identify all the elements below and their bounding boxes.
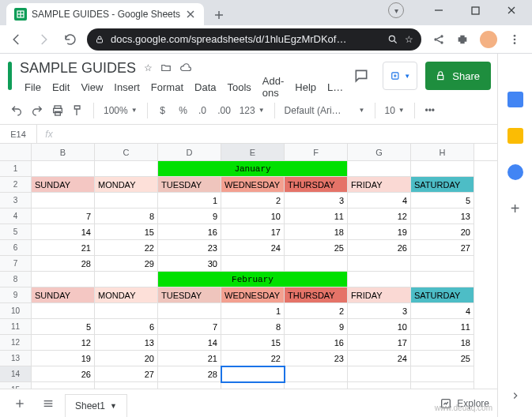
cell[interactable] bbox=[221, 256, 285, 272]
cell[interactable] bbox=[95, 303, 158, 319]
add-addon-icon[interactable]: + bbox=[511, 201, 520, 216]
month-header[interactable]: January bbox=[158, 161, 348, 177]
menu-tools[interactable]: Tools bbox=[222, 80, 255, 95]
collapse-side-panel-icon[interactable] bbox=[510, 390, 521, 401]
row-header[interactable]: 14 bbox=[0, 366, 32, 382]
cell[interactable]: 2 bbox=[221, 193, 285, 208]
cell[interactable]: 21 bbox=[158, 351, 221, 366]
cell[interactable]: 12 bbox=[348, 208, 411, 224]
cell[interactable] bbox=[285, 256, 348, 272]
comments-icon[interactable] bbox=[348, 62, 375, 89]
row-header[interactable]: 8 bbox=[0, 272, 32, 287]
cloud-status-icon[interactable] bbox=[179, 62, 192, 73]
day-header[interactable]: FRIDAY bbox=[348, 287, 411, 303]
menu-addons[interactable]: Add-ons bbox=[258, 73, 289, 100]
select-all-corner[interactable] bbox=[0, 144, 32, 160]
cell[interactable]: 2 bbox=[285, 303, 348, 319]
row-header[interactable]: 3 bbox=[0, 193, 32, 208]
row-header[interactable]: 11 bbox=[0, 319, 32, 335]
spreadsheet-grid[interactable]: B C D E F G H 1 January 2 SUNDAY MONDAY … bbox=[0, 144, 497, 417]
cell[interactable]: 19 bbox=[32, 351, 95, 366]
toolbar-more-icon[interactable]: ••• bbox=[421, 100, 439, 121]
zoom-dropdown[interactable]: 100%▼ bbox=[100, 105, 141, 116]
row-header[interactable]: 2 bbox=[0, 177, 32, 193]
share-icon[interactable] bbox=[432, 33, 445, 46]
cell[interactable]: 16 bbox=[285, 335, 348, 351]
cell[interactable]: 5 bbox=[32, 319, 95, 335]
name-box[interactable]: E14 bbox=[0, 130, 36, 139]
cell[interactable] bbox=[32, 303, 95, 319]
tasks-addon-icon[interactable] bbox=[507, 164, 523, 180]
day-header[interactable]: WEDNESDAY bbox=[221, 177, 285, 193]
cell[interactable]: 24 bbox=[221, 240, 285, 256]
cell[interactable]: 13 bbox=[95, 335, 158, 351]
col-header[interactable]: E bbox=[221, 144, 285, 160]
print-icon[interactable] bbox=[49, 100, 66, 121]
cell[interactable]: 4 bbox=[348, 193, 411, 208]
star-icon[interactable]: ☆ bbox=[405, 34, 413, 45]
close-window-button[interactable] bbox=[494, 0, 529, 21]
day-header[interactable]: TUESDAY bbox=[158, 177, 221, 193]
day-header[interactable]: WEDNESDAY bbox=[221, 287, 285, 303]
forward-button[interactable] bbox=[33, 29, 54, 50]
formula-input[interactable] bbox=[61, 125, 532, 143]
cell[interactable]: 29 bbox=[95, 256, 158, 272]
account-indicator-icon[interactable]: ▾ bbox=[388, 2, 404, 18]
cell[interactable] bbox=[411, 161, 474, 177]
cell[interactable]: 18 bbox=[411, 335, 474, 351]
add-sheet-button[interactable] bbox=[8, 393, 32, 415]
cell[interactable]: 28 bbox=[32, 256, 95, 272]
sheets-logo-icon[interactable] bbox=[8, 62, 12, 90]
cell[interactable]: 20 bbox=[411, 224, 474, 240]
menu-insert[interactable]: Insert bbox=[109, 80, 145, 95]
cell[interactable]: 23 bbox=[285, 351, 348, 366]
paint-format-icon[interactable] bbox=[70, 100, 87, 121]
move-doc-icon[interactable] bbox=[160, 62, 172, 73]
day-header[interactable]: SUNDAY bbox=[32, 287, 95, 303]
day-header[interactable]: SATURDAY bbox=[411, 287, 474, 303]
menu-edit[interactable]: Edit bbox=[47, 80, 74, 95]
row-header[interactable]: 12 bbox=[0, 335, 32, 351]
day-header[interactable]: SUNDAY bbox=[32, 177, 95, 193]
cell[interactable] bbox=[95, 161, 158, 177]
col-header[interactable]: B bbox=[32, 144, 95, 160]
cell[interactable]: 20 bbox=[95, 351, 158, 366]
cell[interactable]: 10 bbox=[348, 319, 411, 335]
cell[interactable]: 22 bbox=[221, 351, 285, 366]
increase-decimal-icon[interactable]: .00 bbox=[216, 100, 233, 121]
cell[interactable]: 4 bbox=[411, 303, 474, 319]
sheet-tab[interactable]: Sheet1 ▼ bbox=[65, 394, 127, 418]
browser-menu-icon[interactable] bbox=[508, 33, 521, 46]
cell[interactable]: 3 bbox=[348, 303, 411, 319]
col-header[interactable]: D bbox=[158, 144, 221, 160]
day-header[interactable]: TUESDAY bbox=[158, 287, 221, 303]
cell[interactable] bbox=[348, 161, 411, 177]
row-header[interactable]: 10 bbox=[0, 303, 32, 319]
cell[interactable]: 19 bbox=[348, 224, 411, 240]
cell[interactable]: 15 bbox=[221, 335, 285, 351]
cell[interactable] bbox=[95, 272, 158, 287]
col-header[interactable]: C bbox=[95, 144, 158, 160]
cell[interactable]: 13 bbox=[411, 208, 474, 224]
decrease-decimal-icon[interactable]: .0 bbox=[195, 100, 213, 121]
cell[interactable]: 17 bbox=[221, 224, 285, 240]
cell[interactable] bbox=[95, 193, 158, 208]
redo-icon[interactable] bbox=[28, 100, 46, 121]
share-button[interactable]: Share bbox=[425, 62, 491, 90]
cell[interactable]: 8 bbox=[221, 319, 285, 335]
cell[interactable] bbox=[348, 272, 411, 287]
cell[interactable] bbox=[411, 272, 474, 287]
cell[interactable]: 7 bbox=[158, 319, 221, 335]
active-cell[interactable] bbox=[221, 366, 285, 382]
cell[interactable] bbox=[158, 303, 221, 319]
col-header[interactable]: H bbox=[411, 144, 474, 160]
profile-avatar[interactable] bbox=[480, 31, 497, 48]
menu-view[interactable]: View bbox=[76, 80, 108, 95]
cell[interactable]: 9 bbox=[158, 208, 221, 224]
cell[interactable]: 25 bbox=[285, 240, 348, 256]
present-button[interactable]: ▼ bbox=[383, 62, 417, 90]
cell[interactable] bbox=[411, 366, 474, 382]
cell[interactable]: 10 bbox=[221, 208, 285, 224]
cell[interactable]: 11 bbox=[285, 208, 348, 224]
cell[interactable]: 30 bbox=[158, 256, 221, 272]
